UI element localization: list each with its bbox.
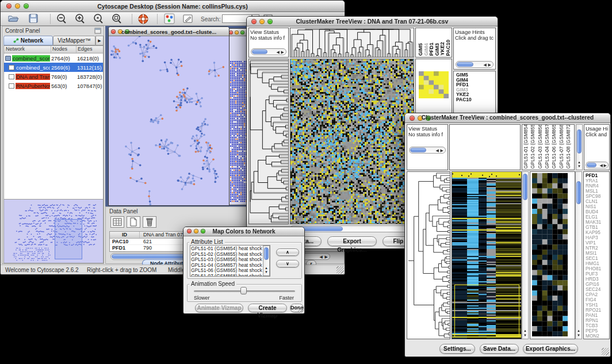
tv1-heatmap[interactable] bbox=[290, 59, 414, 224]
thumb[interactable] bbox=[576, 181, 581, 204]
network-row[interactable]: DNA and Tran 07769(0)183728(0) bbox=[4, 72, 103, 81]
scroll-left-arrow[interactable]: ◀ bbox=[600, 163, 603, 168]
tv1-zoom-heatmap[interactable] bbox=[419, 71, 449, 98]
main-titlebar[interactable]: Cytoscape Desktop (Session Name: collins… bbox=[1, 1, 345, 12]
annotation-icon[interactable] bbox=[182, 13, 194, 25]
attribute-list-item[interactable]: GPL51-07 (GSM868) heat shock 60 min bbox=[191, 274, 262, 277]
save-icon[interactable] bbox=[28, 13, 39, 24]
thumb[interactable] bbox=[523, 174, 527, 200]
tv1-column-label[interactable]: PFD1 bbox=[429, 43, 434, 56]
thumb[interactable] bbox=[587, 163, 596, 167]
scroll-left-arrow[interactable]: ◀ bbox=[277, 49, 280, 55]
tv2-column-label[interactable]: GPL51-04 (GSM857) bbox=[545, 124, 550, 168]
tv2-column-dendrogram[interactable] bbox=[449, 124, 521, 170]
attribute-listbox[interactable]: GPL51-01 (GSM854) heat shock 05 minGPL51… bbox=[190, 245, 270, 277]
thumb[interactable] bbox=[410, 148, 426, 152]
treeview2-titlebar[interactable]: ClusterMaker TreeView : combined_scores_… bbox=[405, 113, 610, 123]
scroll-down-arrow[interactable]: ▼ bbox=[523, 334, 527, 338]
tv2-column-label[interactable]: GPL51-08 (GSM872) bbox=[566, 124, 571, 168]
tv2-collabel-scrollbar[interactable]: ▲ ▼ bbox=[576, 124, 583, 170]
tv1-column-dendrogram[interactable] bbox=[290, 28, 414, 58]
tv2-heatmap-vscrollbar[interactable]: ▲ ▼ bbox=[522, 171, 529, 339]
tv2-zoom-vscrollbar[interactable]: ▲ ▼ bbox=[575, 171, 582, 339]
network-row[interactable]: combined_scores2764(0)16218(0) bbox=[4, 53, 103, 63]
close-button[interactable] bbox=[229, 30, 233, 35]
tv2-status-scrollbar[interactable]: ◀▶ bbox=[409, 147, 446, 154]
col-header-nodes[interactable]: Nodes bbox=[51, 46, 76, 53]
scroll-down-arrow[interactable]: ▼ bbox=[577, 164, 581, 168]
zoom-selected-icon[interactable] bbox=[93, 13, 104, 25]
thumb[interactable] bbox=[457, 62, 473, 67]
col-header-network[interactable]: Network bbox=[4, 46, 51, 53]
scroll-right-arrow[interactable]: ▶ bbox=[281, 49, 284, 55]
thumb[interactable] bbox=[252, 49, 267, 54]
scroll-right-arrow[interactable]: ▶ bbox=[325, 254, 328, 259]
col-header-edges[interactable]: Edges bbox=[76, 46, 93, 53]
scroll-down-arrow[interactable]: ▼ bbox=[577, 334, 580, 338]
scroll-up-arrow[interactable]: ▲ bbox=[577, 329, 580, 333]
tv1-column-label[interactable]: YKE2 bbox=[440, 42, 445, 56]
scroll-right-arrow[interactable]: ▶ bbox=[441, 148, 443, 153]
float-panel-icon[interactable] bbox=[94, 28, 101, 34]
tv1-column-label[interactable]: PAC10 bbox=[446, 40, 451, 56]
thumb[interactable] bbox=[264, 247, 269, 260]
network-row[interactable]: combined_sco2569(6)13112(15) bbox=[4, 63, 103, 72]
animate-vizmap-button[interactable]: Animate Vizmap bbox=[195, 304, 243, 312]
scroll-left-arrow[interactable]: ◀ bbox=[484, 62, 487, 67]
resize-grip[interactable] bbox=[336, 266, 344, 274]
resize-grip[interactable] bbox=[602, 348, 609, 355]
tv1-hscrollbar[interactable]: ◀▶ bbox=[290, 225, 414, 232]
new-attribute-button[interactable] bbox=[127, 216, 140, 228]
tv2-heatmap[interactable] bbox=[452, 171, 522, 339]
tv1-export-graphics-button[interactable]: Export Graphics... bbox=[327, 236, 377, 246]
tv2-column-label[interactable]: GPL51-02 (GSM855) bbox=[530, 124, 536, 168]
network-view-window[interactable]: combined_scores_good.txt--cluste... bbox=[108, 26, 230, 206]
scroll-right-arrow[interactable]: ▶ bbox=[488, 62, 491, 67]
help-lifering-icon[interactable] bbox=[137, 13, 149, 25]
scroll-right-arrow[interactable]: ▶ bbox=[604, 163, 607, 168]
tv1-row-dendrogram[interactable] bbox=[248, 59, 289, 224]
network-overview-panel[interactable] bbox=[3, 199, 104, 263]
tv2-row-label[interactable]: MON2 bbox=[586, 334, 601, 339]
tv2-export-graphics-button[interactable]: Export Graphics... bbox=[523, 344, 578, 354]
scroll-down-arrow[interactable]: ▼ bbox=[265, 270, 268, 274]
zoom-in-icon[interactable] bbox=[74, 13, 86, 25]
vizmapper-nodes-icon[interactable] bbox=[164, 13, 175, 25]
move-up-button[interactable]: ∧ bbox=[276, 248, 299, 256]
tv2-hints-scrollbar[interactable]: ◀▶ bbox=[586, 162, 609, 168]
tv1-column-label[interactable]: GIM5 bbox=[418, 43, 423, 56]
scroll-up-arrow[interactable]: ▲ bbox=[265, 266, 268, 270]
scroll-left-arrow[interactable]: ◀ bbox=[436, 148, 439, 153]
tab-overflow-button[interactable]: ▶ bbox=[95, 36, 104, 45]
network-row[interactable]: RNAPuberNov2+|563(0)107847(0) bbox=[4, 81, 103, 90]
tab-network[interactable]: Network bbox=[3, 36, 53, 45]
scroll-left-arrow[interactable]: ◀ bbox=[320, 254, 323, 259]
tv1-hints-scrollbar[interactable]: ◀▶ bbox=[456, 61, 494, 68]
resize-grip[interactable] bbox=[298, 307, 304, 313]
tv1-row-label[interactable]: PAC10 bbox=[456, 97, 472, 102]
zoom-fit-icon[interactable] bbox=[111, 13, 123, 25]
tv2-column-label[interactable]: GPL51-06 (GSM865) bbox=[552, 124, 557, 168]
zoom-out-icon[interactable] bbox=[56, 13, 67, 25]
tv2-zoom-heatmap[interactable] bbox=[532, 173, 568, 336]
attribute-list-scrollbar[interactable]: ▲ ▼ bbox=[263, 246, 270, 276]
scroll-up-arrow[interactable]: ▲ bbox=[577, 160, 581, 164]
slider-thumb[interactable] bbox=[240, 287, 247, 294]
thumb[interactable] bbox=[577, 129, 582, 154]
delete-attribute-button[interactable] bbox=[143, 216, 156, 228]
tv2-column-label[interactable]: GPL51-07 (GSM868) bbox=[559, 124, 564, 168]
tv2-save-data-button[interactable]: Save Data... bbox=[480, 344, 519, 354]
open-icon[interactable] bbox=[7, 13, 19, 24]
network-view-titlebar[interactable]: combined_scores_good.txt--cluste... bbox=[109, 27, 229, 36]
minimize-button[interactable] bbox=[235, 30, 239, 35]
dialog-titlebar[interactable]: Map Colors to Network bbox=[183, 227, 304, 236]
network-graph-canvas[interactable] bbox=[109, 36, 229, 205]
tv2-row-dendrogram[interactable] bbox=[407, 171, 450, 339]
create-vizmap-button[interactable]: Create Vizmap bbox=[248, 304, 287, 312]
tab-vizmapper[interactable]: VizMapper™ bbox=[53, 36, 95, 45]
tv2-column-label[interactable]: GPL51-03 (GSM856) bbox=[538, 124, 543, 168]
scroll-up-arrow[interactable]: ▲ bbox=[523, 329, 527, 333]
id-column-header[interactable]: ID bbox=[110, 232, 140, 238]
tv2-column-label[interactable]: GPL51-01 (GSM854) bbox=[523, 124, 529, 168]
zoom-button[interactable] bbox=[240, 30, 244, 35]
